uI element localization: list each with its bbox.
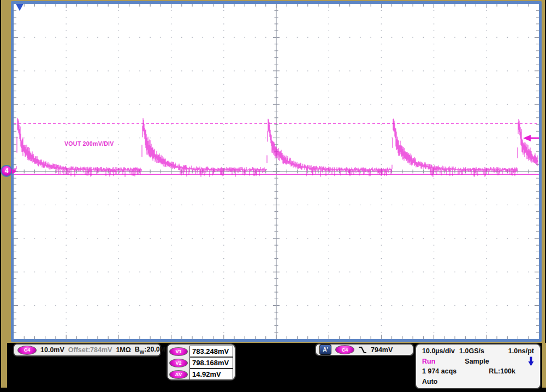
trigger-settings-button[interactable]: A' C4 794mV <box>315 343 414 356</box>
cursor-row-dv: ΔV 14.92mV <box>169 369 233 380</box>
waveform-canvas <box>14 4 539 339</box>
bezel-strip-left <box>1 343 7 388</box>
trigger-channel-badge: C4 <box>335 345 354 354</box>
sample-resolution: 1.0ns/pt <box>508 347 534 355</box>
trace-label: VOUT 200mV/DIV <box>64 140 114 147</box>
record-length: RL:100k <box>489 367 515 375</box>
cursor-row-v1: V1 783.248mV <box>169 346 233 357</box>
sample-rate: 1.0GS/s <box>459 347 484 355</box>
channel-4-pointer-icon <box>12 169 16 174</box>
cursor-v1-badge: V1 <box>169 347 188 356</box>
cursor-v1-value: 783.248mV <box>189 346 233 357</box>
acq-row-status: Run Sample <box>422 356 534 366</box>
falling-edge-icon <box>358 346 367 354</box>
vertical-scale: 10.0mV <box>40 346 64 354</box>
cursor-row-v2: V2 798.168mV <box>169 357 233 369</box>
cursor-v2-value: 798.168mV <box>189 357 233 369</box>
run-state: Run <box>422 358 435 365</box>
graticule-area: VOUT 200mV/DIV <box>11 1 542 342</box>
trigger-source-badge: A' <box>319 345 331 355</box>
vertical-offset: Offset:784mV <box>68 346 112 354</box>
trigger-position-marker[interactable] <box>16 4 23 11</box>
acq-row-timebase: 10.0µs/div 1.0GS/s 1.0ns/pt <box>422 346 534 356</box>
cursor-dv-badge: ΔV <box>169 370 188 379</box>
timebase: 10.0µs/div <box>422 347 455 355</box>
bezel-strip-right <box>542 343 546 388</box>
cursor-readout-panel[interactable]: V1 783.248mV V2 798.168mV ΔV 14.92mV <box>167 343 236 381</box>
acquisition-mode: Sample <box>465 358 489 365</box>
blue-down-arrow-icon <box>528 356 534 366</box>
trigger-mode: Auto <box>422 378 437 385</box>
channel-4-position-marker[interactable]: 4 <box>1 165 13 177</box>
channel-4-label: 4 <box>5 167 9 175</box>
acq-row-count: 1 974 acqs RL:100k <box>422 366 534 376</box>
cursor-dv-value: 14.92mV <box>189 369 233 380</box>
acquisition-panel[interactable]: 10.0µs/div 1.0GS/s 1.0ns/pt Run Sample 1… <box>415 343 541 389</box>
trigger-level: 794mV <box>371 346 393 354</box>
acq-row-trigmode: Auto <box>422 377 534 387</box>
trigger-level-arrow[interactable] <box>523 135 531 141</box>
channel-4-badge: C4 <box>17 346 37 355</box>
bandwidth-limit: BW:20.0M <box>135 346 165 355</box>
oscilloscope-screen: VOUT 200mV/DIV 4 C4 10.0mV Offset:784mV … <box>0 0 546 392</box>
acquisition-count: 1 974 acqs <box>422 367 456 375</box>
input-impedance: 1MΩ <box>116 346 130 354</box>
channel-settings-button[interactable]: C4 10.0mV Offset:784mV 1MΩ BW:20.0M <box>13 343 161 357</box>
cursor-v2-badge: V2 <box>169 359 188 367</box>
